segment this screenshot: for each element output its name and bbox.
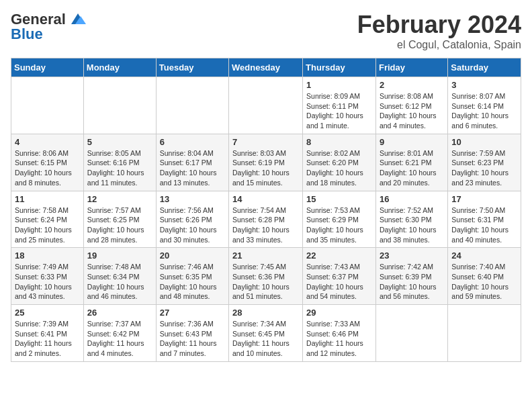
weekday-header: Saturday (448, 58, 521, 77)
day-info: Sunrise: 8:02 AM Sunset: 6:20 PM Dayligh… (306, 149, 363, 187)
calendar-week-row: 4Sunrise: 8:06 AM Sunset: 6:15 PM Daylig… (11, 134, 521, 191)
day-number: 8 (306, 137, 372, 147)
day-number: 15 (306, 194, 372, 204)
weekday-header: Thursday (303, 58, 376, 77)
calendar-cell: 7Sunrise: 8:03 AM Sunset: 6:19 PM Daylig… (229, 134, 303, 191)
calendar-cell: 19Sunrise: 7:48 AM Sunset: 6:34 PM Dayli… (83, 248, 156, 305)
logo-blue: Blue (11, 26, 43, 43)
weekday-header: Monday (83, 58, 156, 77)
calendar-cell: 8Sunrise: 8:02 AM Sunset: 6:20 PM Daylig… (303, 134, 376, 191)
calendar-cell: 4Sunrise: 8:06 AM Sunset: 6:15 PM Daylig… (11, 134, 84, 191)
title-area: February 2024 el Cogul, Catalonia, Spain (357, 11, 521, 51)
calendar-week-row: 18Sunrise: 7:49 AM Sunset: 6:33 PM Dayli… (11, 248, 521, 305)
calendar-cell: 24Sunrise: 7:40 AM Sunset: 6:40 PM Dayli… (448, 248, 521, 305)
logo-icon (69, 12, 87, 27)
calendar-cell: 15Sunrise: 7:53 AM Sunset: 6:29 PM Dayli… (303, 191, 376, 248)
weekday-header: Friday (375, 58, 447, 77)
day-info: Sunrise: 8:03 AM Sunset: 6:19 PM Dayligh… (232, 149, 290, 187)
calendar-cell: 2Sunrise: 8:08 AM Sunset: 6:12 PM Daylig… (375, 77, 447, 134)
calendar-cell: 1Sunrise: 8:09 AM Sunset: 6:11 PM Daylig… (303, 77, 376, 134)
day-number: 20 (160, 250, 225, 261)
calendar-cell: 20Sunrise: 7:46 AM Sunset: 6:35 PM Dayli… (156, 248, 228, 305)
calendar-cell (375, 305, 447, 362)
calendar-cell: 21Sunrise: 7:45 AM Sunset: 6:36 PM Dayli… (229, 248, 303, 305)
day-info: Sunrise: 8:07 AM Sunset: 6:14 PM Dayligh… (451, 92, 508, 130)
weekday-header: Wednesday (229, 58, 303, 77)
day-info: Sunrise: 7:36 AM Sunset: 6:43 PM Dayligh… (160, 320, 217, 357)
day-number: 11 (15, 194, 80, 204)
location-subtitle: el Cogul, Catalonia, Spain (357, 39, 521, 51)
calendar-cell: 25Sunrise: 7:39 AM Sunset: 6:41 PM Dayli… (11, 305, 84, 362)
calendar-cell: 3Sunrise: 8:07 AM Sunset: 6:14 PM Daylig… (448, 77, 521, 134)
day-number: 9 (380, 137, 444, 147)
day-info: Sunrise: 7:50 AM Sunset: 6:31 PM Dayligh… (451, 206, 508, 244)
weekday-header: Tuesday (156, 58, 228, 77)
day-number: 14 (232, 194, 299, 204)
day-info: Sunrise: 7:59 AM Sunset: 6:23 PM Dayligh… (451, 149, 508, 187)
calendar-cell: 17Sunrise: 7:50 AM Sunset: 6:31 PM Dayli… (448, 191, 521, 248)
calendar-cell: 29Sunrise: 7:33 AM Sunset: 6:46 PM Dayli… (303, 305, 376, 362)
day-info: Sunrise: 8:05 AM Sunset: 6:16 PM Dayligh… (87, 149, 144, 187)
day-number: 25 (15, 308, 80, 318)
calendar-cell: 12Sunrise: 7:57 AM Sunset: 6:25 PM Dayli… (83, 191, 156, 248)
calendar-week-row: 25Sunrise: 7:39 AM Sunset: 6:41 PM Dayli… (11, 305, 521, 362)
day-number: 27 (160, 308, 225, 318)
calendar-cell: 6Sunrise: 8:04 AM Sunset: 6:17 PM Daylig… (156, 134, 228, 191)
calendar-cell: 5Sunrise: 8:05 AM Sunset: 6:16 PM Daylig… (83, 134, 156, 191)
day-number: 2 (380, 80, 444, 90)
day-number: 19 (87, 250, 152, 261)
calendar-cell (11, 77, 84, 134)
day-number: 22 (306, 250, 372, 261)
day-number: 3 (451, 80, 517, 90)
day-number: 23 (380, 250, 444, 261)
calendar-cell (448, 305, 521, 362)
day-number: 29 (306, 308, 372, 318)
calendar-cell: 14Sunrise: 7:54 AM Sunset: 6:28 PM Dayli… (229, 191, 303, 248)
day-info: Sunrise: 7:40 AM Sunset: 6:40 PM Dayligh… (451, 263, 508, 300)
day-info: Sunrise: 8:09 AM Sunset: 6:11 PM Dayligh… (306, 92, 363, 130)
day-info: Sunrise: 7:42 AM Sunset: 6:39 PM Dayligh… (380, 263, 437, 300)
day-info: Sunrise: 7:52 AM Sunset: 6:30 PM Dayligh… (380, 206, 437, 244)
day-number: 18 (15, 250, 80, 261)
day-info: Sunrise: 7:53 AM Sunset: 6:29 PM Dayligh… (306, 206, 363, 244)
day-info: Sunrise: 7:37 AM Sunset: 6:42 PM Dayligh… (87, 320, 144, 357)
calendar-week-row: 11Sunrise: 7:58 AM Sunset: 6:24 PM Dayli… (11, 191, 521, 248)
day-info: Sunrise: 7:46 AM Sunset: 6:35 PM Dayligh… (160, 263, 217, 300)
weekday-header: Sunday (11, 58, 84, 77)
day-info: Sunrise: 7:45 AM Sunset: 6:36 PM Dayligh… (232, 263, 290, 300)
day-info: Sunrise: 8:04 AM Sunset: 6:17 PM Dayligh… (160, 149, 217, 187)
calendar-cell: 23Sunrise: 7:42 AM Sunset: 6:39 PM Dayli… (375, 248, 447, 305)
day-number: 28 (232, 308, 299, 318)
calendar-cell: 26Sunrise: 7:37 AM Sunset: 6:42 PM Dayli… (83, 305, 156, 362)
calendar-cell: 11Sunrise: 7:58 AM Sunset: 6:24 PM Dayli… (11, 191, 84, 248)
day-info: Sunrise: 7:39 AM Sunset: 6:41 PM Dayligh… (15, 320, 72, 357)
calendar-cell: 16Sunrise: 7:52 AM Sunset: 6:30 PM Dayli… (375, 191, 447, 248)
calendar-cell: 9Sunrise: 8:01 AM Sunset: 6:21 PM Daylig… (375, 134, 447, 191)
day-info: Sunrise: 7:34 AM Sunset: 6:45 PM Dayligh… (232, 320, 290, 357)
day-number: 16 (380, 194, 444, 204)
day-info: Sunrise: 7:58 AM Sunset: 6:24 PM Dayligh… (15, 206, 72, 244)
day-number: 24 (451, 250, 517, 261)
calendar-cell (229, 77, 303, 134)
day-info: Sunrise: 7:56 AM Sunset: 6:26 PM Dayligh… (160, 206, 217, 244)
day-info: Sunrise: 7:54 AM Sunset: 6:28 PM Dayligh… (232, 206, 290, 244)
logo: General Blue (11, 11, 87, 43)
day-number: 13 (160, 194, 225, 204)
calendar-header-row: SundayMondayTuesdayWednesdayThursdayFrid… (11, 58, 521, 77)
calendar-table: SundayMondayTuesdayWednesdayThursdayFrid… (11, 58, 521, 362)
calendar-cell: 22Sunrise: 7:43 AM Sunset: 6:37 PM Dayli… (303, 248, 376, 305)
day-info: Sunrise: 8:08 AM Sunset: 6:12 PM Dayligh… (380, 92, 437, 130)
day-number: 1 (306, 80, 372, 90)
day-number: 4 (15, 137, 80, 147)
calendar-cell (156, 77, 228, 134)
calendar-cell: 18Sunrise: 7:49 AM Sunset: 6:33 PM Dayli… (11, 248, 84, 305)
day-number: 10 (451, 137, 517, 147)
calendar-week-row: 1Sunrise: 8:09 AM Sunset: 6:11 PM Daylig… (11, 77, 521, 134)
day-number: 12 (87, 194, 152, 204)
day-info: Sunrise: 7:57 AM Sunset: 6:25 PM Dayligh… (87, 206, 144, 244)
calendar-cell: 27Sunrise: 7:36 AM Sunset: 6:43 PM Dayli… (156, 305, 228, 362)
day-number: 5 (87, 137, 152, 147)
calendar-cell (83, 77, 156, 134)
day-info: Sunrise: 8:01 AM Sunset: 6:21 PM Dayligh… (380, 149, 437, 187)
day-number: 6 (160, 137, 225, 147)
